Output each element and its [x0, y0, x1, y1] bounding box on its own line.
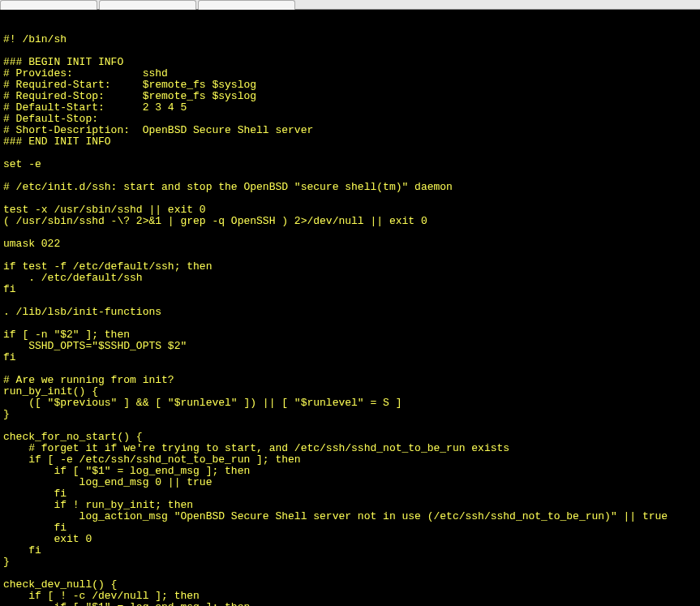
terminal-line — [3, 45, 697, 57]
terminal-line — [3, 227, 697, 239]
terminal-line: exit 0 — [3, 534, 697, 545]
terminal-line: check_for_no_start() { — [3, 432, 697, 443]
terminal-line — [3, 193, 697, 204]
terminal-line — [3, 318, 697, 329]
terminal-line: . /etc/default/ssh — [3, 273, 697, 284]
terminal-line: # Default-Stop: — [3, 114, 697, 125]
terminal-line: fi — [3, 284, 697, 295]
terminal-line: ( /usr/sbin/sshd -\? 2>&1 | grep -q Open… — [3, 216, 697, 227]
terminal-line: # Are we running from init? — [3, 375, 697, 386]
terminal-line: # Required-Stop: $remote_fs $syslog — [3, 91, 697, 102]
terminal-line: ### END INIT INFO — [3, 136, 697, 148]
terminal-line: fi — [3, 488, 697, 500]
terminal-line — [3, 148, 697, 159]
terminal-line: ### BEGIN INIT INFO — [3, 57, 697, 68]
terminal-line: } — [3, 557, 697, 568]
terminal-line: if [ -e /etc/ssh/sshd_not_to_be_run ]; t… — [3, 454, 697, 466]
terminal-line: if [ "$1" = log_end_msg ]; then — [3, 602, 697, 606]
terminal-line: #! /bin/sh — [3, 34, 697, 45]
window-tab-bar — [0, 0, 700, 10]
terminal-line: check_dev_null() { — [3, 579, 697, 591]
terminal-line — [3, 170, 697, 182]
terminal-line: if [ ! -c /dev/null ]; then — [3, 591, 697, 602]
terminal-line — [3, 363, 697, 375]
terminal-line: # Short-Description: OpenBSD Secure Shel… — [3, 125, 697, 136]
terminal-line: # forget it if we're trying to start, an… — [3, 443, 697, 454]
terminal-line: if [ "$1" = log_end_msg ]; then — [3, 466, 697, 477]
terminal-line: run_by_init() { — [3, 386, 697, 398]
terminal-line — [3, 568, 697, 579]
terminal-line: } — [3, 409, 697, 420]
terminal-line: if test -f /etc/default/ssh; then — [3, 261, 697, 273]
terminal-line: log_end_msg 0 || true — [3, 477, 697, 488]
terminal-line — [3, 295, 697, 307]
terminal-line — [3, 420, 697, 432]
terminal-line: # Provides: sshd — [3, 68, 697, 80]
terminal-line: if ! run_by_init; then — [3, 500, 697, 511]
terminal-line: # Required-Start: $remote_fs $syslog — [3, 80, 697, 91]
terminal-line: umask 022 — [3, 239, 697, 250]
terminal-line: ([ "$previous" ] && [ "$runlevel" ]) || … — [3, 398, 697, 409]
terminal-line: # /etc/init.d/ssh: start and stop the Op… — [3, 182, 697, 193]
terminal-line: set -e — [3, 159, 697, 170]
terminal-line: log_action_msg "OpenBSD Secure Shell ser… — [3, 511, 697, 522]
tab-2[interactable] — [99, 0, 196, 10]
terminal-line: SSHD_OPTS="$SSHD_OPTS $2" — [3, 341, 697, 352]
terminal-line: fi — [3, 522, 697, 534]
terminal-line: fi — [3, 545, 697, 557]
terminal-line — [3, 250, 697, 261]
tab-3[interactable] — [198, 0, 295, 10]
terminal-line: # Default-Start: 2 3 4 5 — [3, 102, 697, 114]
terminal-viewport[interactable]: #! /bin/sh ### BEGIN INIT INFO# Provides… — [0, 10, 700, 606]
terminal-line: . /lib/lsb/init-functions — [3, 307, 697, 318]
terminal-line: if [ -n "$2" ]; then — [3, 329, 697, 341]
terminal-line: fi — [3, 352, 697, 363]
tab-1[interactable] — [0, 0, 97, 10]
terminal-content: #! /bin/sh ### BEGIN INIT INFO# Provides… — [3, 34, 697, 606]
terminal-line: test -x /usr/sbin/sshd || exit 0 — [3, 204, 697, 216]
